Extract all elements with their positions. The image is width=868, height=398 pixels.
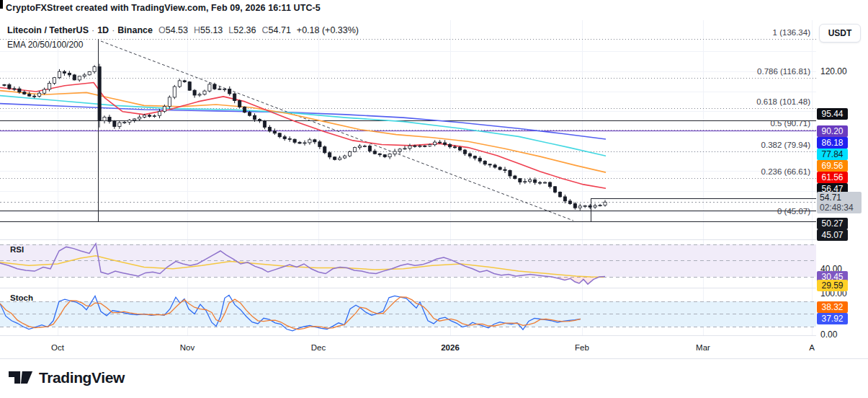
rsi-pane-label[interactable]: RSI <box>10 245 24 254</box>
legend-separator: · <box>112 25 115 35</box>
chart-canvas[interactable] <box>0 0 868 398</box>
bar-countdown: 02:48:34 <box>820 203 859 213</box>
time-axis-label: A <box>809 343 815 352</box>
fib-level-label: 0.5 (90.71) <box>770 119 810 128</box>
pane-separator[interactable] <box>0 239 868 240</box>
ema-100-line <box>0 96 606 156</box>
price-badge: 50.27 <box>817 218 848 229</box>
open-value: 54.53 <box>166 25 188 35</box>
axis-bottom-border <box>0 358 868 359</box>
fib-level-label: 0.786 (116.81) <box>757 67 810 76</box>
time-axis-label: Dec <box>311 343 326 352</box>
time-axis-label: Feb <box>575 343 589 352</box>
tradingview-logo-icon <box>9 370 33 386</box>
price-scale-tick: 120.00 <box>820 66 847 76</box>
fib-level-label: 1 (136.34) <box>773 28 810 37</box>
tradingview-logo[interactable]: TradingView <box>9 369 125 386</box>
candlestick-series <box>3 64 607 211</box>
time-axis-label: 2026 <box>441 343 460 352</box>
price-badge: 69.56 <box>817 160 848 172</box>
high-value: 55.13 <box>200 25 223 35</box>
fib-level-label: 0.382 (79.94) <box>761 141 810 149</box>
tradingview-screenshot: CryptoFXStreet created with TradingView.… <box>0 0 868 398</box>
tradingview-logo-text: TradingView <box>39 369 125 386</box>
change-value: +0.18 (+0.33%) <box>297 25 359 35</box>
price-scale-tick: 0.00 <box>820 330 837 340</box>
price-badge: 61.56 <box>817 172 848 183</box>
high-key: H <box>194 25 200 35</box>
pane-separator <box>0 335 868 336</box>
price-scale[interactable]: USDT 120.0040.00100.000.00 95.4490.2086.… <box>816 20 868 358</box>
last-price-value: 54.71 <box>820 193 859 203</box>
close-value: 54.71 <box>269 25 291 35</box>
time-axis-label: Oct <box>51 343 64 352</box>
pane-separator[interactable] <box>0 288 868 288</box>
close-key: C <box>262 25 269 35</box>
time-axis-label: Mar <box>696 343 710 352</box>
fib-level-label: 0.236 (66.61) <box>761 167 810 176</box>
symbol-legend[interactable]: Litecoin / TetherUS·1D·BinanceO54.53H55.… <box>7 25 359 35</box>
interval-label[interactable]: 1D <box>97 25 109 35</box>
fib-level-label: 0 (45.07) <box>777 207 810 216</box>
price-badge: 45.07 <box>817 229 848 241</box>
low-value: 52.36 <box>233 25 256 35</box>
last-price-badge: 54.71 02:48:34 <box>817 192 862 213</box>
time-axis-label: Nov <box>180 343 194 352</box>
price-badge: 95.44 <box>817 108 848 120</box>
price-badge: 29.59 <box>817 280 848 291</box>
price-badge: 38.32 <box>817 301 848 313</box>
open-key: O <box>158 25 166 35</box>
symbol-name[interactable]: Litecoin / TetherUS <box>7 25 89 35</box>
exchange-label: Binance <box>117 25 153 35</box>
stoch-pane-label[interactable]: Stoch <box>10 293 33 302</box>
ema-indicator-legend[interactable]: EMA 20/50/100/200 <box>7 40 83 50</box>
fib-level-label: 0.618 (101.48) <box>756 97 810 106</box>
price-badge: 86.18 <box>817 137 848 149</box>
price-badge: 77.84 <box>817 149 848 160</box>
legend-separator: · <box>91 25 94 35</box>
price-badge: 90.20 <box>817 125 848 137</box>
price-badge: 37.92 <box>817 313 848 324</box>
currency-unit-button[interactable]: USDT <box>819 24 861 43</box>
